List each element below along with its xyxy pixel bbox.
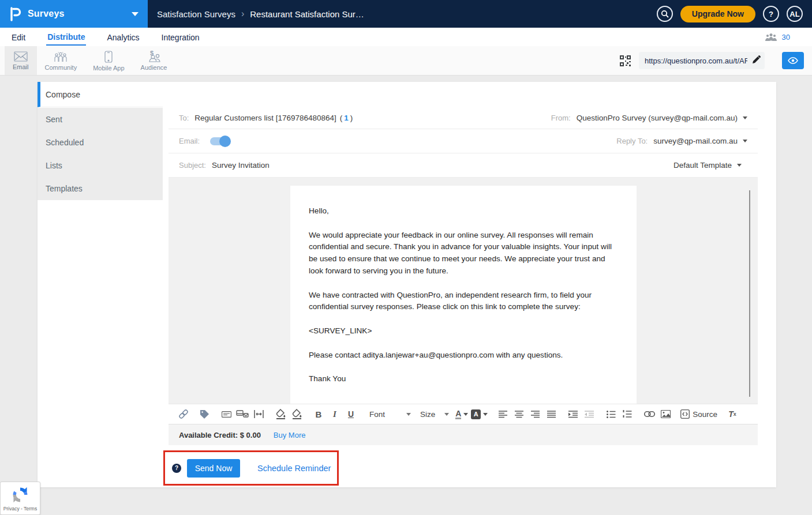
from-selector[interactable]: From: QuestionPro Survey (survey@qp-mail… [551,114,747,122]
eye-icon [788,57,798,64]
survey-url-input[interactable] [639,52,765,69]
search-button[interactable] [657,6,673,22]
insert-link-icon[interactable] [642,407,656,422]
schedule-reminder-link[interactable]: Schedule Reminder [257,464,331,473]
to-row: To: Regular Customers list [176978648086… [169,107,758,129]
underline-icon[interactable]: U [344,407,358,422]
respondents-summary[interactable]: 30 [765,33,802,42]
to-label: To: [179,114,189,122]
avatar[interactable]: AL [787,6,803,22]
italic-icon[interactable]: I [328,407,342,422]
email-divider-icon[interactable] [235,407,249,422]
product-switcher[interactable]: Surveys [0,0,148,28]
mobile-icon [104,51,113,63]
align-left-icon[interactable] [496,407,510,422]
sidebar-item-compose[interactable]: Compose [38,82,163,107]
tab-edit[interactable]: Edit [10,29,27,45]
channel-community[interactable]: Community [37,46,85,75]
topbar-actions: Upgrade Now ? AL [657,6,812,22]
align-right-icon[interactable] [528,407,542,422]
chevron-down-icon [132,12,139,16]
align-center-icon[interactable] [512,407,526,422]
outdent-icon[interactable] [582,407,596,422]
qr-code-button[interactable] [620,55,631,66]
send-help-icon[interactable]: ? [172,464,181,473]
upgrade-now-button[interactable]: Upgrade Now [680,6,755,22]
body-paragraph: <SURVEY_LINK> [309,325,618,337]
channel-label: Email [13,63,29,70]
template-value: Default Template [673,161,732,170]
channel-label: Community [45,64,77,71]
breadcrumb: Satisfaction Surveys › Restaurant Satisf… [157,9,364,19]
email-body-content[interactable]: Hello, We would appreciate your feedback… [290,186,637,404]
email-footer-icon[interactable] [219,407,233,422]
channel-label: Mobile App [93,65,124,72]
channel-mobile-app[interactable]: Mobile App [85,46,132,75]
send-now-button[interactable]: Send Now [187,459,240,478]
recaptcha-privacy-terms[interactable]: Privacy - Terms [3,506,37,512]
fill-color-icon[interactable] [274,407,287,422]
credit-row: Available Credit: $ 0.00 Buy More [169,424,758,445]
sidebar-item-scheduled[interactable]: Scheduled [38,131,163,154]
body-paragraph: Hello, [309,205,618,217]
breadcrumb-parent[interactable]: Satisfaction Surveys [157,9,235,19]
subject-value[interactable]: Survey Invitation [212,161,270,170]
indent-icon[interactable] [566,407,580,422]
bulleted-list-icon[interactable] [604,407,618,422]
available-credit: Available Credit: $ 0.00 [179,431,261,439]
body-paragraph: Thank You [309,373,618,385]
editor-scrollbar[interactable] [749,190,750,397]
compose-sidebar: Sent Scheduled Lists Templates [38,108,163,200]
sidebar-item-lists[interactable]: Lists [38,154,163,177]
toggle-knob [219,136,231,147]
edit-url-icon[interactable] [751,55,761,67]
section-tabs: Edit Distribute Analytics Integration 30 [0,28,812,46]
source-icon[interactable]: Source [680,407,717,422]
to-value[interactable]: Regular Customers list [1769786480864] [194,114,336,122]
bold-icon[interactable]: B [312,407,325,422]
tab-analytics[interactable]: Analytics [106,29,140,45]
respondent-count[interactable]: 30 [782,33,790,42]
channel-audience[interactable]: $ Audience [133,46,175,75]
preview-button[interactable] [782,52,804,69]
remove-format-icon[interactable]: Tx [725,407,739,422]
sidebar-item-sent[interactable]: Sent [38,108,163,131]
email-toggle-label: Email: [179,137,200,145]
page: Surveys Satisfaction Surveys › Restauran… [0,0,812,515]
channel-email[interactable]: Email [5,46,37,75]
font-dropdown[interactable]: Font [369,410,411,419]
recaptcha-badge[interactable]: Privacy - Terms [0,482,40,515]
survey-link-icon[interactable] [177,407,190,422]
size-dropdown[interactable]: Size [420,410,449,419]
template-selector[interactable]: Default Template [673,161,747,170]
tab-distribute[interactable]: Distribute [46,29,86,46]
subject-label: Subject: [179,161,206,170]
email-toggle[interactable] [210,137,230,145]
background-color-icon[interactable]: A [471,407,488,422]
envelope-icon [14,51,28,62]
subject-row: Subject: Survey Invitation Default Templ… [169,153,758,178]
merge-tag-icon[interactable] [197,407,211,422]
caret-down-icon [463,413,468,416]
justify-icon[interactable] [544,407,558,422]
source-label: Source [693,410,717,419]
insert-image-icon[interactable] [658,407,672,422]
buy-more-link[interactable]: Buy More [274,431,306,439]
caret-down-icon [406,413,411,416]
sidebar-item-templates[interactable]: Templates [38,177,163,200]
numbered-list-icon[interactable] [620,407,634,422]
brand-label: Surveys [28,9,65,19]
text-color-icon[interactable]: A [455,407,469,422]
survey-link-tools [620,52,812,69]
email-distribution-panel: Compose Sent Scheduled Lists Templates T… [38,82,776,487]
reply-to-selector[interactable]: Reply To: survey@qp-mail.com.au [616,137,747,145]
highlight-color-icon[interactable] [290,407,304,422]
full-width-icon[interactable] [252,407,265,422]
reply-to-label: Reply To: [616,137,648,145]
tab-integration[interactable]: Integration [160,29,201,45]
to-count[interactable]: 1 [344,114,349,122]
community-icon [53,51,68,62]
search-icon [661,10,669,18]
help-button[interactable]: ? [763,6,779,22]
editor-toolbar: B I U Font Size A A [169,404,758,424]
